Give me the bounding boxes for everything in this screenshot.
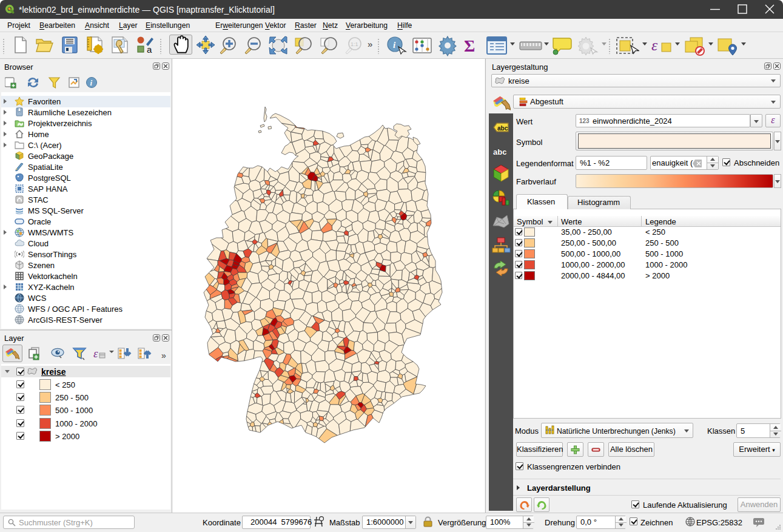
- svg-text:ε: ε: [93, 347, 98, 360]
- svg-text:a: a: [147, 44, 152, 54]
- svg-text:abc: abc: [493, 147, 506, 157]
- svg-text:ε: ε: [651, 36, 658, 54]
- svg-text:i: i: [90, 78, 93, 87]
- svg-text:Σ: Σ: [464, 36, 475, 55]
- svg-text:abc: abc: [497, 125, 508, 132]
- svg-text:1:1: 1:1: [351, 41, 358, 47]
